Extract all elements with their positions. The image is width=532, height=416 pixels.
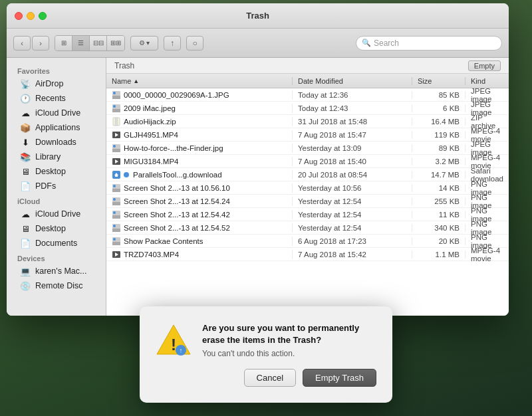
confirm-dialog: ! ↑ Are you sure you want to permanently… xyxy=(140,306,392,403)
svg-text:↑: ↑ xyxy=(180,347,183,354)
dialog-body: ! ↑ Are you sure you want to permanently… xyxy=(156,322,376,358)
cancel-button[interactable]: Cancel xyxy=(244,369,296,387)
warning-triangle-svg: ! ↑ xyxy=(156,322,192,358)
dialog-subtitle: You can't undo this action. xyxy=(202,349,376,358)
dialog-buttons: Cancel Empty Trash xyxy=(156,369,376,387)
dialog-text: Are you sure you want to permanently era… xyxy=(202,322,376,358)
empty-trash-button[interactable]: Empty Trash xyxy=(303,369,376,387)
warning-icon: ! ↑ xyxy=(156,322,192,358)
dialog-overlay: ! ↑ Are you sure you want to permanently… xyxy=(0,0,532,416)
svg-text:!: ! xyxy=(171,336,176,354)
dialog-title: Are you sure you want to permanently era… xyxy=(202,322,376,346)
